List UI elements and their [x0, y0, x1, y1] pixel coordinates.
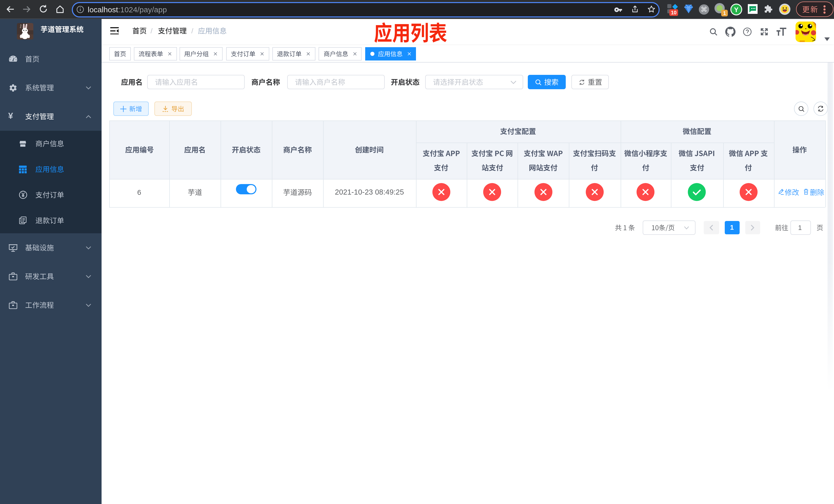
svg-text:1: 1	[723, 10, 726, 16]
svg-text:Y: Y	[734, 6, 738, 14]
svg-text:⌘: ⌘	[701, 6, 707, 13]
svg-text:10: 10	[671, 10, 677, 15]
